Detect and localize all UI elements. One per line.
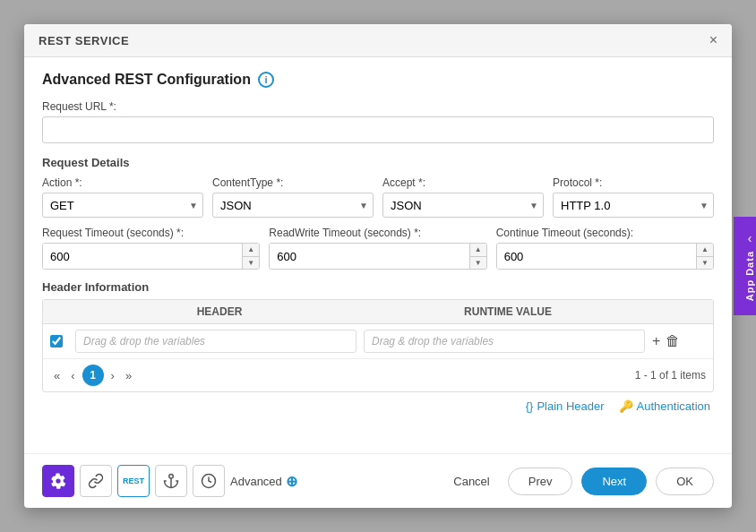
action-label: Action *:: [42, 176, 203, 189]
check-col-header: [50, 305, 75, 318]
close-button[interactable]: ×: [709, 33, 717, 47]
header-drag-input[interactable]: [75, 330, 357, 353]
header-table-row: + 🗑: [43, 324, 713, 359]
request-timeout-up[interactable]: ▲: [243, 244, 259, 257]
readwrite-timeout-up[interactable]: ▲: [470, 244, 486, 257]
footer-actions: Cancel Prev Next OK: [444, 468, 714, 495]
modal-header: REST SERVICE ×: [24, 24, 732, 57]
content-type-label: ContentType *:: [212, 176, 374, 189]
current-page: 1: [82, 365, 104, 386]
header-section-label: Header Information: [42, 280, 714, 294]
advanced-label: Advanced: [230, 475, 282, 488]
section-title-row: Advanced REST Configuration i: [42, 72, 714, 88]
prev-page-button[interactable]: ‹: [67, 367, 78, 384]
prev-button[interactable]: Prev: [508, 468, 573, 495]
continue-timeout-spinner: ▲ ▼: [496, 243, 714, 270]
request-timeout-label: Request Timeout (seconds) *:: [42, 227, 260, 239]
fields-row-1: Action *: GET POST PUT DELETE PATCH ▼ Co…: [42, 176, 714, 218]
plain-auth-row: {} Plain Header 🔑 Authentication: [42, 399, 714, 413]
modal-overlay: REST SERVICE × Advanced REST Configurati…: [0, 0, 756, 532]
content-type-select[interactable]: JSON XML TEXT: [212, 193, 374, 218]
cancel-button[interactable]: Cancel: [444, 468, 498, 494]
header-table: HEADER RUNTIME VALUE + 🗑: [42, 299, 714, 392]
ok-button[interactable]: OK: [656, 468, 714, 495]
request-timeout-input[interactable]: [43, 244, 242, 269]
runtime-drag-input[interactable]: [364, 330, 645, 353]
first-page-button[interactable]: «: [50, 367, 64, 384]
readwrite-timeout-down[interactable]: ▼: [470, 257, 486, 270]
content-type-select-wrapper: JSON XML TEXT ▼: [212, 193, 374, 218]
readwrite-timeout-input[interactable]: [270, 244, 468, 269]
authentication-link[interactable]: 🔑 Authentication: [619, 399, 710, 413]
accept-group: Accept *: JSON XML TEXT ▼: [382, 176, 544, 218]
readwrite-timeout-spinner: ▲ ▼: [269, 243, 486, 270]
runtime-col-label: RUNTIME VALUE: [364, 305, 652, 318]
advanced-button[interactable]: Advanced ⊕: [230, 473, 297, 490]
protocol-select[interactable]: HTTP 1.0 HTTP 1.1 HTTP 2.0: [553, 193, 714, 218]
modal-body: Advanced REST Configuration i Request UR…: [24, 57, 732, 453]
link-icon: [88, 473, 104, 489]
request-url-label: Request URL *:: [42, 100, 714, 113]
curly-braces-icon: {}: [526, 399, 534, 413]
row-checkbox-cell: [50, 335, 75, 348]
advanced-plus-icon: ⊕: [286, 473, 297, 490]
next-page-button[interactable]: ›: [107, 367, 118, 384]
protocol-group: Protocol *: HTTP 1.0 HTTP 1.1 HTTP 2.0 ▼: [553, 176, 714, 218]
anchor-icon-button[interactable]: [155, 465, 187, 497]
action-select-wrapper: GET POST PUT DELETE PATCH ▼: [42, 193, 203, 218]
actions-col-header: [652, 305, 706, 318]
plain-header-label: Plain Header: [537, 399, 604, 413]
timeout-row: Request Timeout (seconds) *: ▲ ▼ ReadWri…: [42, 227, 714, 270]
continue-timeout-label: Continue Timeout (seconds):: [496, 227, 714, 239]
next-button[interactable]: Next: [581, 468, 647, 495]
continue-timeout-down[interactable]: ▼: [697, 257, 713, 270]
anchor-icon: [163, 473, 179, 489]
link-icon-button[interactable]: [80, 465, 112, 497]
accept-select-wrapper: JSON XML TEXT ▼: [382, 193, 544, 218]
request-timeout-spinners: ▲ ▼: [242, 244, 259, 269]
request-url-group: Request URL *:: [42, 100, 714, 143]
info-icon[interactable]: i: [258, 72, 274, 88]
protocol-select-wrapper: HTTP 1.0 HTTP 1.1 HTTP 2.0 ▼: [553, 193, 714, 218]
readwrite-timeout-label: ReadWrite Timeout (seconds) *:: [269, 227, 486, 239]
gear-icon-button[interactable]: [42, 465, 74, 497]
panel-label: App Data: [744, 251, 755, 301]
gear-icon: [50, 473, 66, 489]
continue-timeout-spinners: ▲ ▼: [696, 244, 713, 269]
add-row-button[interactable]: +: [652, 333, 660, 349]
header-table-head: HEADER RUNTIME VALUE: [43, 300, 713, 324]
request-timeout-down[interactable]: ▼: [243, 257, 259, 270]
request-timeout-group: Request Timeout (seconds) *: ▲ ▼: [42, 227, 260, 270]
continue-timeout-up[interactable]: ▲: [697, 244, 713, 257]
readwrite-timeout-group: ReadWrite Timeout (seconds) *: ▲ ▼: [269, 227, 486, 270]
continue-timeout-input[interactable]: [497, 244, 696, 269]
pagination-row: « ‹ 1 › » 1 - 1 of 1 items: [43, 359, 713, 391]
row-checkbox[interactable]: [50, 335, 63, 348]
modal-footer: REST Advanced: [24, 453, 732, 508]
authentication-label: Authentication: [637, 399, 710, 413]
clock-icon-button[interactable]: [193, 465, 225, 497]
plain-header-link[interactable]: {} Plain Header: [526, 399, 605, 413]
continue-timeout-group: Continue Timeout (seconds): ▲ ▼: [496, 227, 714, 270]
rest-icon-button[interactable]: REST: [117, 465, 150, 497]
header-col-label: HEADER: [75, 305, 364, 318]
section-title-text: Advanced REST Configuration: [42, 72, 251, 88]
request-url-input[interactable]: [42, 116, 714, 143]
protocol-label: Protocol *:: [553, 176, 714, 189]
readwrite-timeout-spinners: ▲ ▼: [469, 244, 486, 269]
accept-select[interactable]: JSON XML TEXT: [382, 193, 544, 218]
key-icon: 🔑: [619, 399, 633, 413]
app-data-panel[interactable]: ‹ App Data: [734, 217, 756, 315]
last-page-button[interactable]: »: [122, 367, 135, 384]
modal-title: REST SERVICE: [39, 34, 129, 47]
panel-arrow-icon: ‹: [748, 231, 752, 245]
content-type-group: ContentType *: JSON XML TEXT ▼: [212, 176, 374, 218]
accept-label: Accept *:: [382, 176, 544, 189]
pagination-info: 1 - 1 of 1 items: [635, 369, 706, 382]
delete-row-button[interactable]: 🗑: [666, 333, 680, 349]
request-timeout-spinner: ▲ ▼: [42, 243, 260, 270]
rest-service-modal: REST SERVICE × Advanced REST Configurati…: [24, 24, 732, 508]
request-details-label: Request Details: [42, 156, 714, 169]
action-group: Action *: GET POST PUT DELETE PATCH ▼: [42, 176, 203, 218]
action-select[interactable]: GET POST PUT DELETE PATCH: [42, 193, 203, 218]
